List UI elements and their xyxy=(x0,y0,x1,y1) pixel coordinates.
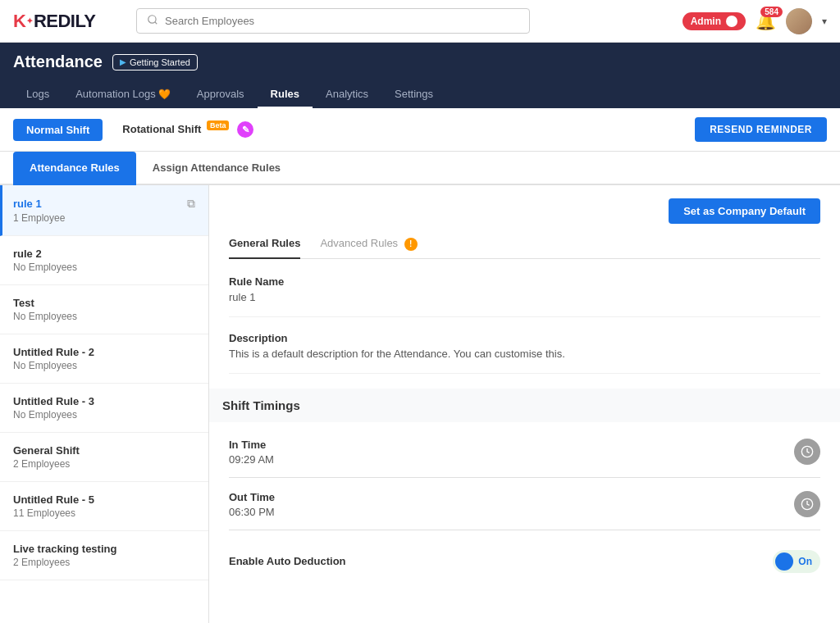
rule-tab-general[interactable]: General Rules xyxy=(229,230,300,259)
sidebar-item-name-live: Live tracking testing xyxy=(13,543,116,555)
search-bar[interactable] xyxy=(136,8,530,34)
rules-sidebar: rule 1 ⧉ 1 Employee rule 2 No Employees … xyxy=(0,185,209,623)
copy-icon[interactable]: ⧉ xyxy=(187,197,195,211)
rules-tabs: General Rules Advanced Rules ! xyxy=(229,230,820,259)
sidebar-item-employees-rule1: 1 Employee xyxy=(13,212,195,224)
sidebar-item-untitled3[interactable]: Untitled Rule - 3 No Employees xyxy=(0,384,208,433)
description-section: Description This is a default descriptio… xyxy=(229,332,820,374)
sub-nav-item-approvals[interactable]: Approvals xyxy=(184,81,258,108)
sidebar-item-test[interactable]: Test No Employees xyxy=(0,285,208,334)
sidebar-item-untitled5[interactable]: Untitled Rule - 5 11 Employees xyxy=(0,482,208,531)
shift-tab-normal[interactable]: Normal Shift xyxy=(13,119,103,141)
attendance-title: Attendance xyxy=(13,52,103,71)
automation-emoji: 🧡 xyxy=(158,89,171,100)
out-time-field: Out Time 06:30 PM xyxy=(229,491,820,530)
detail-panel: Set as Company Default General Rules Adv… xyxy=(209,185,840,623)
sub-nav-item-rules[interactable]: Rules xyxy=(258,81,313,108)
sidebar-item-untitled2[interactable]: Untitled Rule - 2 No Employees xyxy=(0,334,208,384)
sidebar-item-name-untitled3: Untitled Rule - 3 xyxy=(13,395,94,407)
auto-deduction-label: Enable Auto Deduction xyxy=(229,555,346,567)
sub-nav: Logs Automation Logs🧡 Approvals Rules An… xyxy=(13,81,827,108)
attendance-header: Attendance ▶ Getting Started Logs Automa… xyxy=(0,43,840,108)
toggle-on-text: On xyxy=(798,556,812,567)
shift-tab-rotational[interactable]: Rotational Shift Beta ✎ xyxy=(109,116,267,143)
description-label: Description xyxy=(229,332,820,344)
admin-label: Admin xyxy=(691,16,721,27)
in-time-field: In Time 09:29 AM xyxy=(229,439,820,478)
bell-container[interactable]: 🔔 584 xyxy=(756,11,776,31)
out-time-label: Out Time xyxy=(229,491,794,503)
detail-header: Set as Company Default xyxy=(229,185,820,230)
out-time-clock-button[interactable] xyxy=(794,491,820,517)
beta-badge: Beta xyxy=(207,121,230,130)
sidebar-item-name-rule1: rule 1 xyxy=(13,198,42,210)
sidebar-item-employees-untitled3: No Employees xyxy=(13,409,195,421)
sidebar-item-name-general: General Shift xyxy=(13,444,80,457)
edit-icon: ✎ xyxy=(237,121,253,138)
getting-started-label: Getting Started xyxy=(130,57,190,67)
auto-deduction-row: Enable Auto Deduction On xyxy=(229,543,820,580)
rule-tab-advanced[interactable]: Advanced Rules ! xyxy=(320,230,417,259)
rule-name-label: Rule Name xyxy=(229,275,820,288)
set-default-button[interactable]: Set as Company Default xyxy=(669,198,820,224)
main-layout: rule 1 ⧉ 1 Employee rule 2 No Employees … xyxy=(0,185,840,623)
admin-toggle[interactable]: Admin xyxy=(682,12,746,30)
sidebar-item-employees-live: 2 Employees xyxy=(13,557,195,568)
toggle-on-circle xyxy=(775,553,793,571)
search-input[interactable] xyxy=(165,15,519,27)
in-time-value: 09:29 AM xyxy=(229,453,794,466)
description-value: This is a default description for the At… xyxy=(229,348,820,360)
tab-assign-rules[interactable]: Assign Attendance Rules xyxy=(136,152,297,185)
sidebar-item-employees-rule2: No Employees xyxy=(13,261,195,273)
out-time-value: 06:30 PM xyxy=(229,506,794,518)
sidebar-item-name-rule2: rule 2 xyxy=(13,248,42,260)
sub-nav-item-logs[interactable]: Logs xyxy=(13,81,62,108)
avatar-img xyxy=(786,8,812,34)
sidebar-item-employees-test: No Employees xyxy=(13,311,195,322)
sidebar-item-name-untitled5: Untitled Rule - 5 xyxy=(13,493,94,506)
logo-k: K xyxy=(13,11,25,32)
sidebar-item-name-untitled2: Untitled Rule - 2 xyxy=(13,346,94,358)
sidebar-item-rule1[interactable]: rule 1 ⧉ 1 Employee xyxy=(0,185,208,236)
rule-name-value: rule 1 xyxy=(229,291,820,303)
sidebar-item-employees-untitled2: No Employees xyxy=(13,360,195,371)
sidebar-item-live[interactable]: Live tracking testing 2 Employees xyxy=(0,531,208,580)
play-icon: ▶ xyxy=(120,57,126,66)
getting-started-button[interactable]: ▶ Getting Started xyxy=(112,54,198,70)
tab-attendance-rules[interactable]: Attendance Rules xyxy=(13,152,136,185)
sidebar-item-rule2[interactable]: rule 2 No Employees xyxy=(0,236,208,285)
sidebar-item-employees-untitled5: 11 Employees xyxy=(13,507,195,519)
sidebar-item-name-test: Test xyxy=(13,297,34,309)
shift-row: Normal Shift Rotational Shift Beta ✎ RES… xyxy=(0,108,840,152)
avatar[interactable] xyxy=(786,8,812,34)
main-tabs-row: Attendance Rules Assign Attendance Rules xyxy=(0,152,840,185)
logo[interactable]: K ✦ REDILY xyxy=(13,11,120,32)
top-nav: K ✦ REDILY Admin 🔔 584 ▾ xyxy=(0,0,840,43)
bell-badge: 584 xyxy=(760,7,783,17)
chevron-down-icon[interactable]: ▾ xyxy=(822,16,827,27)
in-time-clock-button[interactable] xyxy=(794,439,820,465)
resend-reminder-button[interactable]: RESEND REMINDER xyxy=(695,117,827,142)
logo-rest: REDILY xyxy=(34,11,96,32)
sidebar-item-header: rule 1 ⧉ xyxy=(13,197,195,211)
shift-timings-header: Shift Timings xyxy=(209,389,840,422)
sidebar-item-employees-general: 2 Employees xyxy=(13,458,195,470)
sub-nav-item-automation[interactable]: Automation Logs🧡 xyxy=(62,81,184,108)
sidebar-item-general[interactable]: General Shift 2 Employees xyxy=(0,433,208,482)
rule-name-section: Rule Name rule 1 xyxy=(229,275,820,317)
in-time-label: In Time xyxy=(229,439,794,451)
toggle-circle xyxy=(726,16,737,27)
sub-nav-item-analytics[interactable]: Analytics xyxy=(313,81,381,108)
warning-icon: ! xyxy=(404,238,418,251)
svg-point-0 xyxy=(148,16,156,23)
search-icon xyxy=(147,14,158,28)
attendance-title-row: Attendance ▶ Getting Started xyxy=(13,52,827,81)
auto-deduction-toggle[interactable]: On xyxy=(773,550,820,573)
logo-dot: ✦ xyxy=(26,16,33,25)
sub-nav-item-settings[interactable]: Settings xyxy=(381,81,446,108)
nav-right: Admin 🔔 584 ▾ xyxy=(682,8,827,34)
